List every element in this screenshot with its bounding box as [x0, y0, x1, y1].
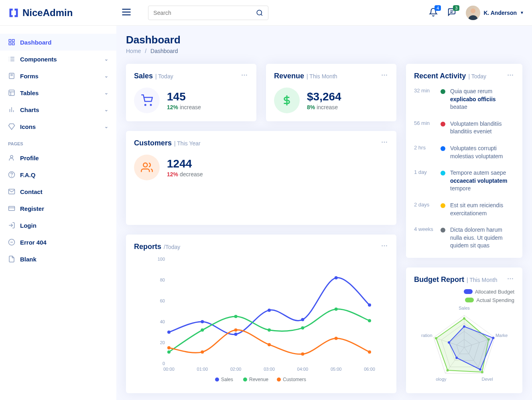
activity-dot	[441, 203, 445, 208]
login-icon	[8, 222, 15, 229]
svg-text:100: 100	[158, 257, 165, 261]
logo[interactable]: NiceAdmin	[8, 7, 73, 18]
svg-point-66	[335, 308, 338, 311]
svg-point-64	[268, 329, 271, 332]
menu-toggle[interactable]	[121, 6, 132, 19]
grid-icon	[8, 39, 15, 46]
chevron-down-icon: ⌄	[104, 56, 108, 62]
activity-item: 56 minVoluptatem blanditiis blanditiis e…	[414, 120, 514, 136]
cart-icon	[134, 88, 160, 113]
svg-text:40: 40	[160, 319, 165, 324]
activity-item: 32 minQuia quae rerum explicabo officiis…	[414, 88, 514, 111]
svg-point-77	[243, 378, 247, 382]
card-menu[interactable]: ⋯	[507, 275, 514, 282]
breadcrumb-home[interactable]: Home	[126, 48, 141, 54]
sidebar-item-error404[interactable]: Error 404	[0, 234, 116, 251]
svg-point-106	[448, 341, 450, 344]
activity-text: Voluptatem blanditiis blanditiis eveniet	[450, 120, 514, 136]
svg-rect-9	[12, 39, 14, 41]
sidebar-item-dashboard[interactable]: Dashboard	[0, 34, 116, 51]
activity-text: Est sit eum reiciendis exercitationem	[450, 202, 514, 217]
activity-text: Dicta dolorem harum nulla eius. Ut quide…	[450, 226, 514, 250]
nav-label: Dashboard	[20, 39, 51, 46]
journal-icon	[8, 72, 15, 80]
svg-point-54	[167, 331, 171, 334]
nav-label: Tables	[20, 90, 39, 96]
svg-text:01:00: 01:00	[197, 367, 208, 371]
svg-text:02:00: 02:00	[230, 367, 242, 371]
card-menu[interactable]: ⋯	[381, 242, 388, 249]
sidebar-item-login[interactable]: Login	[0, 217, 116, 234]
bar-icon	[8, 106, 15, 113]
customers-card: ⋯ CustomersThis Year 1244 12% decrease	[126, 131, 396, 225]
svg-text:20: 20	[160, 340, 165, 345]
sidebar-item-profile[interactable]: Profile	[0, 149, 116, 166]
svg-point-3	[257, 10, 262, 15]
activity-item: 2 hrsVoluptates corrupti molestias volup…	[414, 145, 514, 160]
svg-point-55	[201, 320, 204, 323]
sidebar-item-register[interactable]: Register	[0, 200, 116, 217]
svg-line-4	[261, 14, 262, 15]
sidebar-item-faq[interactable]: F.A.Q	[0, 166, 116, 183]
sidebar-item-contact[interactable]: Contact	[0, 183, 116, 200]
sales-card: ⋯ SalesToday 145 12% increase	[126, 64, 256, 121]
nav-heading: PAGES	[0, 135, 116, 149]
svg-point-58	[301, 318, 304, 321]
svg-rect-32	[9, 206, 15, 211]
card-menu[interactable]: ⋯	[381, 71, 388, 79]
sidebar-item-forms[interactable]: Forms⌄	[0, 67, 116, 84]
svg-point-63	[234, 315, 238, 318]
svg-point-79	[277, 378, 281, 382]
card-menu[interactable]: ⋯	[507, 71, 514, 79]
svg-point-65	[301, 327, 304, 330]
activity-item: 1 dayTempore autem saepe occaecati volup…	[414, 169, 514, 193]
customers-value: 1244	[167, 157, 203, 170]
notifications-button[interactable]: 4	[429, 8, 438, 18]
svg-point-61	[167, 350, 171, 353]
sidebar-item-icons[interactable]: Icons⌄	[0, 118, 116, 135]
sidebar-item-components[interactable]: Components⌄	[0, 51, 116, 67]
svg-point-105	[455, 357, 458, 359]
activity-text: Voluptates corrupti molestias voluptatem	[450, 145, 514, 160]
nav-label: Profile	[20, 155, 39, 161]
svg-point-99	[447, 369, 449, 371]
svg-point-70	[234, 329, 238, 332]
card-menu[interactable]: ⋯	[241, 71, 248, 79]
sidebar-item-tables[interactable]: Tables⌄	[0, 84, 116, 101]
svg-point-56	[234, 333, 238, 336]
svg-point-102	[463, 325, 465, 328]
budget-radar: SalesMarkeDevelologyration	[414, 303, 514, 384]
nav-label: Login	[20, 222, 37, 229]
activity-time: 32 min	[414, 88, 436, 111]
chevron-down-icon: ▼	[520, 10, 524, 15]
search-input[interactable]	[153, 10, 256, 16]
logo-icon	[8, 7, 19, 18]
nav-label: F.A.Q	[20, 171, 35, 178]
file-icon	[8, 255, 15, 263]
search-box[interactable]	[148, 6, 268, 20]
nav-label: Charts	[20, 106, 39, 113]
dash-icon	[8, 239, 15, 246]
activity-dot	[441, 228, 445, 233]
notifications-badge: 4	[435, 5, 441, 11]
svg-point-75	[215, 378, 219, 382]
chevron-down-icon: ⌄	[104, 107, 108, 112]
svg-point-73	[335, 337, 338, 340]
user-menu[interactable]: K. Anderson ▼	[466, 6, 524, 20]
svg-text:ology: ology	[436, 377, 447, 382]
messages-badge: 3	[453, 5, 459, 11]
activity-text: Tempore autem saepe occaecati voluptatem…	[450, 169, 514, 193]
search-icon[interactable]	[256, 9, 263, 16]
svg-text:80: 80	[160, 278, 165, 282]
svg-text:05:00: 05:00	[331, 367, 342, 371]
sales-value: 145	[167, 90, 201, 103]
chevron-down-icon: ⌄	[104, 90, 108, 96]
sidebar-item-blank[interactable]: Blank	[0, 251, 116, 267]
sidebar-item-charts[interactable]: Charts⌄	[0, 101, 116, 118]
svg-point-100	[435, 337, 437, 339]
messages-button[interactable]: 3	[447, 8, 456, 18]
reports-chart: 02040608010000:0001:0002:0003:0004:0005:…	[134, 255, 388, 384]
layout-icon	[8, 89, 15, 96]
svg-point-71	[268, 343, 271, 346]
card-menu[interactable]: ⋯	[381, 138, 388, 146]
